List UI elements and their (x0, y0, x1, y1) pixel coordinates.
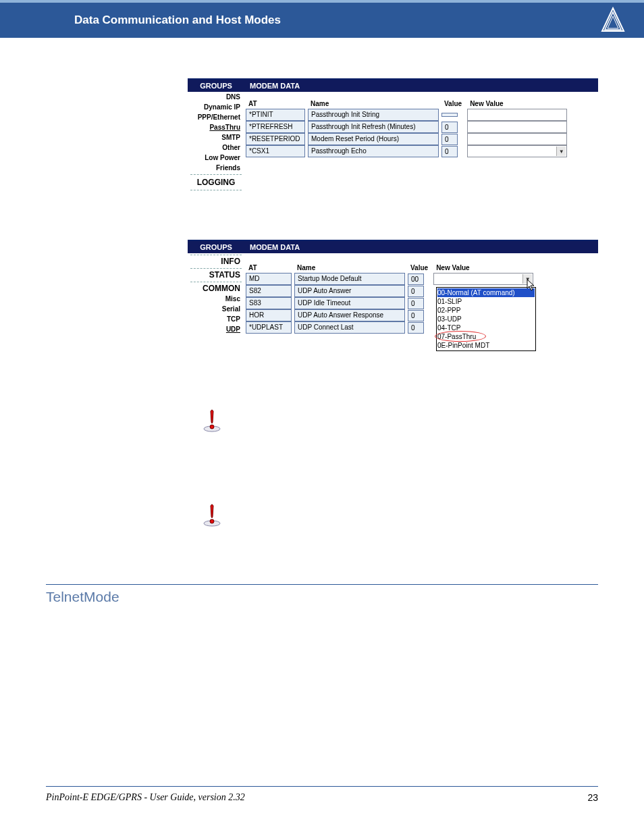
at-cell: *UDPLAST (246, 321, 292, 334)
name-cell: Modem Reset Period (Hours) (308, 133, 439, 145)
screenshot-udp: GROUPS INFO STATUS COMMON Misc Serial TC… (188, 240, 598, 361)
col-at: AT (244, 99, 306, 109)
value-cell: 00 (408, 273, 424, 285)
sidebar-item[interactable]: Low Power (188, 153, 244, 163)
value-cell: 0 (408, 310, 424, 321)
modem-data-header: MODEM DATA (244, 241, 598, 253)
content-area: GROUPS DNS Dynamic IP PPP/Ethernet PassT… (0, 38, 644, 530)
sidebar-item[interactable]: Serial (188, 304, 244, 314)
new-value-input[interactable] (467, 133, 567, 145)
new-value-input[interactable] (467, 109, 567, 121)
sidebar-item-status[interactable]: STATUS (188, 270, 244, 280)
name-cell: UDP Idle Timeout (294, 297, 405, 309)
modem-data-header: MODEM DATA (244, 80, 598, 92)
sidebar-item[interactable]: Dynamic IP (188, 102, 244, 112)
sidebar-item-passthru[interactable]: PassThru (188, 122, 244, 132)
svg-point-3 (210, 519, 214, 523)
name-cell: Passthrough Init String (308, 109, 439, 121)
chevron-down-icon: ▼ (522, 274, 532, 284)
telnet-heading: TelnetMode (46, 589, 644, 605)
sidebar-item-common[interactable]: COMMON (188, 284, 244, 294)
at-cell: *CSX1 (246, 145, 305, 157)
at-cell: HOR (246, 309, 292, 321)
col-name: Name (306, 99, 440, 109)
at-cell: MD (246, 273, 292, 285)
dropdown-option[interactable]: 07-PassThru (437, 332, 535, 341)
sidebar-item[interactable]: PPP/Ethernet (188, 112, 244, 122)
sidebar-item-info[interactable]: INFO (188, 257, 244, 267)
caution-block-1 (201, 409, 598, 436)
config-table: AT Name Value New Value MD Startup Mode … (244, 263, 598, 334)
col-value: Value (440, 99, 466, 109)
sidebar-item-udp[interactable]: UDP (188, 324, 244, 334)
table-row: HOR UDP Auto Answer Response 0 (244, 309, 598, 321)
col-newv: New Value (432, 263, 598, 273)
table-row: *RESETPERIOD Modem Reset Period (Hours) … (244, 133, 598, 145)
startup-mode-dropdown[interactable]: 00-Normal (AT command) 01-SLIP 02-PPP 03… (436, 287, 536, 351)
config-table: AT Name Value New Value *PTINIT Passthro… (244, 99, 598, 157)
value-cell (441, 113, 458, 117)
table-row: *PTREFRESH Passthrough Init Refresh (Min… (244, 121, 598, 133)
new-value-input[interactable] (467, 121, 567, 133)
sidebar-item[interactable]: TCP (188, 314, 244, 324)
table-row: *CSX1 Passthrough Echo 0 ▼ (244, 145, 598, 157)
table-row: *PTINIT Passthrough Init String (244, 109, 598, 121)
value-cell: 0 (441, 134, 458, 145)
sidebar-item[interactable]: Other (188, 142, 244, 153)
name-cell: Startup Mode Default (294, 273, 405, 285)
name-cell: Passthrough Init Refresh (Minutes) (308, 121, 439, 133)
table-row: S82 UDP Auto Answer 0 (244, 285, 598, 297)
startup-mode-select[interactable]: ▼ (433, 273, 533, 285)
name-cell: UDP Connect Last (294, 321, 405, 334)
caution-icon (201, 409, 223, 433)
groups-header: GROUPS (188, 80, 244, 92)
page-footer: PinPoint-E EDGE/GPRS - User Guide, versi… (46, 786, 598, 803)
page-header: Data Communication and Host Modes (0, 0, 644, 38)
new-value-select[interactable]: ▼ (467, 145, 567, 157)
sidebar-logging[interactable]: LOGGING (188, 176, 244, 188)
caution-icon (201, 503, 223, 527)
dropdown-option[interactable]: 03-UDP (437, 315, 535, 323)
at-cell: *PTREFRESH (246, 121, 305, 133)
chevron-down-icon: ▼ (556, 147, 566, 156)
table-row: S83 UDP Idle Timeout 0 (244, 297, 598, 309)
value-cell: 0 (408, 286, 424, 297)
sidebar-item[interactable]: Friends (188, 163, 244, 173)
at-cell: S83 (246, 297, 292, 309)
name-cell: UDP Auto Answer (294, 285, 405, 297)
at-cell: *RESETPERIOD (246, 133, 305, 145)
name-cell: Passthrough Echo (308, 145, 439, 157)
header-title: Data Communication and Host Modes (74, 14, 281, 27)
dropdown-option[interactable]: 02-PPP (437, 306, 535, 315)
col-newv: New Value (466, 99, 598, 109)
dropdown-option[interactable]: 00-Normal (AT command) (437, 288, 535, 297)
page-number: 23 (587, 792, 598, 803)
dropdown-option[interactable]: 0E-PinPoint MDT (437, 341, 535, 350)
dropdown-option[interactable]: 04-TCP (437, 323, 535, 332)
dropdown-option[interactable]: 01-SLIP (437, 297, 535, 306)
col-value: Value (406, 263, 432, 273)
section-separator (46, 584, 598, 585)
value-cell: 0 (408, 298, 424, 309)
at-cell: S82 (246, 285, 292, 297)
table-row: MD Startup Mode Default 00 ▼ (244, 273, 598, 285)
caution-block-2 (201, 503, 598, 530)
name-cell: UDP Auto Answer Response (294, 309, 405, 321)
sidebar-item[interactable]: DNS (188, 92, 244, 102)
footer-text: PinPoint-E EDGE/GPRS - User Guide, versi… (46, 792, 245, 803)
value-cell: 0 (408, 322, 424, 334)
col-name: Name (293, 263, 406, 273)
sidebar-item[interactable]: Misc (188, 294, 244, 304)
col-at: AT (244, 263, 293, 273)
brand-logo-icon (598, 7, 628, 34)
value-cell: 0 (441, 146, 458, 157)
svg-point-1 (210, 425, 214, 429)
sidebar-item[interactable]: SMTP (188, 132, 244, 142)
screenshot-passthru: GROUPS DNS Dynamic IP PPP/Ethernet PassT… (188, 78, 598, 192)
value-cell: 0 (441, 122, 458, 133)
groups-header: GROUPS (188, 241, 244, 253)
table-row: *UDPLAST UDP Connect Last 0 (244, 321, 598, 334)
at-cell: *PTINIT (246, 109, 305, 121)
